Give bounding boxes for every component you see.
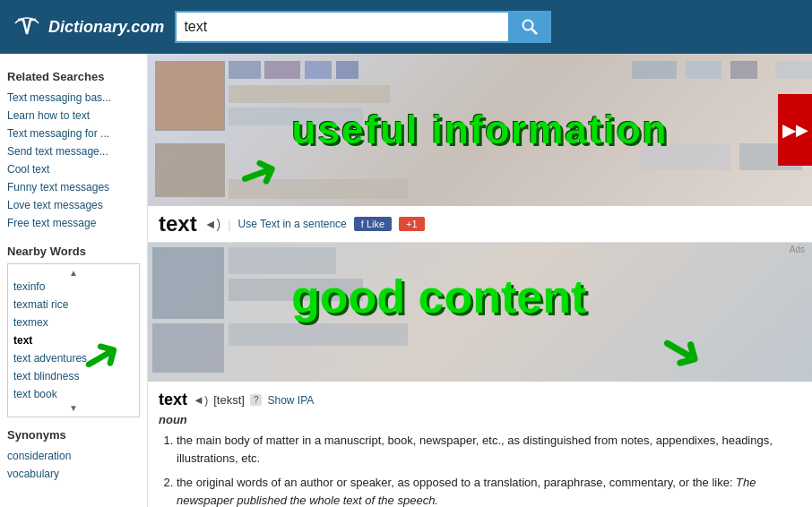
nearby-words-title: Nearby Words <box>7 245 140 258</box>
sidebar-item-related-4[interactable]: Cool text <box>7 160 140 178</box>
show-ipa-link[interactable]: Show IPA <box>267 394 314 407</box>
nearby-word-4[interactable]: text adventures <box>13 349 134 367</box>
word-title: text <box>159 211 197 236</box>
word-header: text ◄) | Use Text in a sentence f Like … <box>148 206 812 243</box>
synonym-0[interactable]: consideration <box>7 447 140 465</box>
word-phonetic-row: text ◄) [tekst] ? Show IPA <box>159 391 801 409</box>
play-button[interactable]: ▶ <box>778 94 812 166</box>
main-layout: Related Searches Text messaging bas... L… <box>0 54 812 507</box>
definition-list: the main body of matter in a manuscript,… <box>177 432 801 507</box>
logo-icon <box>11 11 43 43</box>
svg-line-2 <box>532 30 538 35</box>
def-2-text: the original words of an author or speak… <box>177 476 736 489</box>
nearby-arrow-down[interactable]: ▼ <box>13 403 134 413</box>
nearby-word-0[interactable]: texinfo <box>13 278 134 296</box>
nearby-arrow-up[interactable]: ▲ <box>13 268 134 278</box>
svg-point-0 <box>11 11 43 43</box>
phonetic-help[interactable]: ? <box>250 394 263 406</box>
sidebar-item-related-7[interactable]: Free text message <box>7 214 140 232</box>
fb-like-button[interactable]: f Like <box>354 217 392 231</box>
ad-overlay-text: useful information <box>292 107 669 152</box>
good-content-text: good content <box>291 270 586 323</box>
nearby-words-box: ▲ texinfo texmati rice texmex text text … <box>7 263 140 417</box>
phonetic-text: [tekst] <box>213 393 245 407</box>
sidebar: Related Searches Text messaging bas... L… <box>0 54 148 507</box>
nearby-word-1[interactable]: texmati rice <box>13 296 134 314</box>
nearby-word-current[interactable]: text <box>13 331 134 349</box>
logo: Dictionary.com <box>11 11 164 43</box>
gplus-button[interactable]: +1 <box>399 217 425 231</box>
svg-point-1 <box>523 21 533 30</box>
sidebar-item-related-0[interactable]: Text messaging bas... <box>7 89 140 107</box>
audio-icon-def[interactable]: ◄) <box>193 393 208 407</box>
synonyms-section: Synonyms consideration vocabulary <box>7 428 140 483</box>
play-icon: ▶ <box>782 119 796 141</box>
def-item-2: the original words of an author or speak… <box>177 474 801 507</box>
content-area: useful information ➜ ▶ text ◄) | Use Tex… <box>148 54 812 507</box>
nearby-word-5[interactable]: text blindness <box>13 367 134 385</box>
sidebar-item-related-5[interactable]: Funny text messages <box>7 178 140 196</box>
synonym-1[interactable]: vocabulary <box>7 465 140 483</box>
ad-section2: Ads good content ➜ <box>148 243 812 382</box>
sidebar-item-related-3[interactable]: Send text message... <box>7 142 140 160</box>
sidebar-item-related-6[interactable]: Love text messages <box>7 196 140 214</box>
word-def-title: text <box>159 391 187 409</box>
logo-text: Dictionary.com <box>48 18 164 37</box>
sidebar-item-related-2[interactable]: Text messaging for ... <box>7 125 140 142</box>
search-input[interactable] <box>175 11 508 43</box>
header: Dictionary.com <box>0 0 812 54</box>
sidebar-item-related-1[interactable]: Learn how to text <box>7 107 140 125</box>
nearby-word-6[interactable]: text book <box>13 385 134 403</box>
search-button[interactable] <box>508 11 551 43</box>
synonyms-title: Synonyms <box>7 428 140 442</box>
pos-label: noun <box>159 413 801 426</box>
search-bar <box>175 11 551 43</box>
definition-section: text ◄) [tekst] ? Show IPA noun the main… <box>148 382 812 507</box>
search-icon <box>521 18 539 36</box>
nearby-word-2[interactable]: texmex <box>13 314 134 331</box>
related-searches-title: Related Searches <box>7 70 140 83</box>
ad-banner: useful information ➜ ▶ <box>148 54 812 206</box>
audio-icon-header[interactable]: ◄) <box>204 217 221 231</box>
def-item-1: the main body of matter in a manuscript,… <box>177 432 801 467</box>
use-in-sentence-link[interactable]: Use Text in a sentence <box>238 218 347 230</box>
separator: | <box>228 218 230 231</box>
